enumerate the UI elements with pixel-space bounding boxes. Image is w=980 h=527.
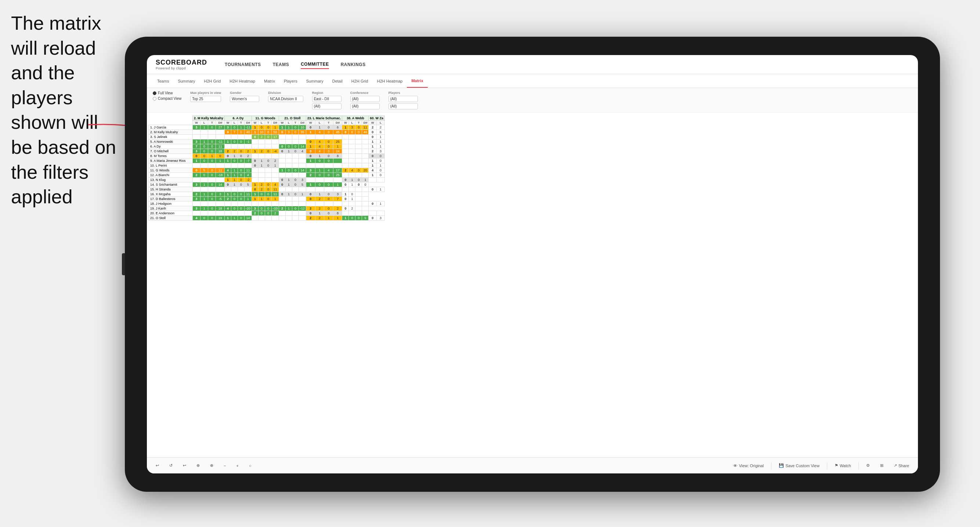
matrix-cell-empty [349,163,355,168]
compact-view-radio[interactable] [153,97,156,100]
division-select[interactable]: NCAA Division II [268,96,303,102]
matrix-cell-empty [265,144,272,149]
matrix-cell-empty [279,216,286,221]
subnav-h2h-grid-2[interactable]: H2H Grid [347,74,373,88]
matrix-cell-empty [258,202,265,206]
zoom-in-btn[interactable]: ⊕ [194,462,203,469]
subnav-h2h-heatmap-1[interactable]: H2H Heatmap [225,74,259,88]
subnav-summary-1[interactable]: Summary [173,74,199,88]
grid-btn[interactable]: ⊞ [877,462,886,469]
matrix-cell: 2 [245,154,252,159]
subnav-teams[interactable]: Teams [153,74,173,88]
matrix-cell: 2 [258,187,265,192]
matrix-cell-empty [292,154,299,159]
matrix-cell: 0 [193,168,200,173]
matrix-cell: -1 [245,140,252,144]
matrix-cell: 14 [299,144,306,149]
zoom-reset-btn[interactable]: + [233,462,241,469]
matrix-cell-empty [225,144,231,149]
wlt-l-6: L [349,121,355,125]
wlt-w-7: W [369,121,377,125]
matrix-cell-empty [362,211,369,216]
matrix-cell: 5 [200,168,208,173]
matrix-cell: 1 [279,168,286,173]
matrix-cell [362,206,369,211]
matrix-cell-empty [231,202,238,206]
matrix-cell: -11 [245,125,252,130]
matrix-cell: 0 [208,159,216,163]
full-view-label: Full View [158,91,173,95]
max-players-select[interactable]: Top 25 [190,96,221,102]
matrix-cell: 14 [299,168,306,173]
players-select[interactable]: (All) [388,96,418,102]
wlt-w-6: W [342,121,349,125]
matrix-cell-empty [200,211,208,216]
matrix-cell-w: 0 [342,183,349,187]
matrix-cell: 0 [231,125,238,130]
view-original-btn[interactable]: 👁 View: Original [730,462,767,469]
conference-select[interactable]: (All) [350,96,380,102]
content-area[interactable]: 2. M Kelly Mulcahy 6. A Dy 11. G Woods 2… [147,113,918,457]
nav-tournaments[interactable]: TOURNAMENTS [225,60,261,68]
undo-btn[interactable]: ↩ [153,462,162,469]
matrix-cell-empty [208,202,216,206]
full-view-radio[interactable] [153,91,156,95]
matrix-cell-w: 0 [369,130,377,135]
players-sub-select[interactable]: (All) [388,103,418,110]
nav-rankings[interactable]: RANKINGS [341,60,366,68]
matrix-cell-empty [258,144,265,149]
matrix-cell: -12 [299,206,306,211]
subnav-h2h-heatmap-2[interactable]: H2H Heatmap [373,74,407,88]
matrix-cell: 40 [245,130,252,135]
matrix-cell: 1 [231,168,238,173]
matrix-cell-empty [355,159,362,163]
back-btn[interactable]: ↩ [180,462,189,469]
matrix-cell-empty [252,178,258,183]
zoom-fit-btn[interactable]: ⊕ [207,462,216,469]
share-btn[interactable]: ↗ Share [891,462,912,469]
player-name-cell: 7. O Mitchell [149,149,193,154]
subnav-h2h-grid-1[interactable]: H2H Grid [199,74,225,88]
matrix-cell: 1 [225,140,231,144]
matrix-cell-empty [286,173,292,178]
matrix-cell: 0 [265,187,272,192]
matrix-cell: 2 [315,197,324,202]
subnav-summary-2[interactable]: Summary [302,74,328,88]
subnav-matrix-2[interactable]: Matrix [407,74,427,88]
matrix-cell-l: 3 [377,216,385,221]
share-label: Share [899,464,909,468]
matrix-cell: 1 [200,206,208,211]
matrix-cell: 1 [306,159,315,163]
subnav-matrix-1[interactable]: Matrix [259,74,279,88]
subnav-players[interactable]: Players [279,74,302,88]
matrix-cell: 1 [349,178,355,183]
gender-select[interactable]: Women's [230,96,259,102]
matrix-cell-empty [193,130,200,135]
full-view-option[interactable]: Full View [153,91,181,95]
matrix-cell-l: 0 [362,183,369,187]
zoom-out-btn[interactable]: − [221,462,229,469]
region-sub-select[interactable]: (All) [312,103,342,110]
matrix-cell: 0 [324,206,333,211]
matrix-cell-empty [200,130,208,135]
settings-btn[interactable]: ⚙ [863,462,873,469]
nav-committee[interactable]: COMMITTEE [301,60,329,69]
region-select[interactable]: East - DII [312,96,342,102]
matrix-cell-w: 0 [355,183,362,187]
share-icon: ↗ [894,463,897,468]
matrix-cell: 4 [315,140,324,144]
watch-btn[interactable]: ⚑ Watch [832,462,854,469]
gender-label: Gender [230,91,259,95]
matrix-cell: 5 [245,183,252,187]
matrix-cell-empty [349,173,355,178]
logo-area: SCOREBOARD Powered by clippd [156,59,207,70]
compact-view-option[interactable]: Compact View [153,97,181,100]
matrix-cell: 1 [258,159,265,163]
save-custom-btn[interactable]: 💾 Save Custom View [776,462,822,469]
matrix-cell-empty [193,178,200,183]
subnav-detail[interactable]: Detail [328,74,347,88]
conference-sub-select[interactable]: (All) [350,103,380,110]
refresh-btn[interactable]: ○ [246,462,255,469]
nav-teams[interactable]: TEAMS [273,60,290,68]
redo-btn[interactable]: ↺ [166,462,175,469]
